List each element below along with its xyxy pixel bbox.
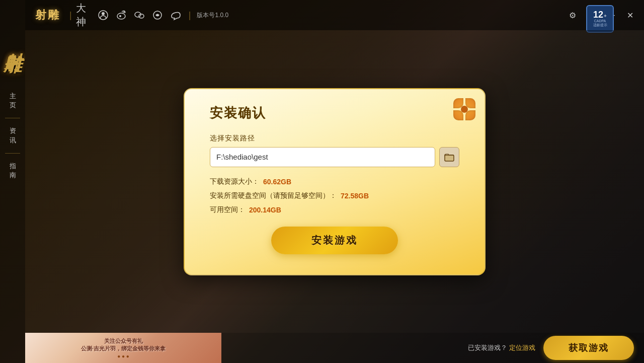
- browse-button[interactable]: [439, 147, 459, 167]
- topbar-nav: 射雕 | 大神: [25, 6, 565, 24]
- sidebar-logo: 射雕: [0, 0, 25, 81]
- modal-overlay: 安装确认 选择安装路径 下载资源大小： 60.62GB 安装所需硬盘空间（请预留…: [25, 30, 644, 333]
- disk-space-label: 安装所需硬盘空间（请预留足够空间）：: [210, 191, 337, 200]
- banner-dots: ● ● ●: [117, 353, 129, 359]
- topbar-separator-2: |: [189, 10, 191, 21]
- flower-center: [461, 106, 468, 113]
- cadpa-label: CADPA: [594, 19, 606, 23]
- sidebar-divider-2: [5, 153, 20, 154]
- path-label: 选择安装路径: [210, 134, 459, 143]
- petal-3: [465, 110, 475, 120]
- age-number: 12: [593, 10, 603, 19]
- age-label: 适龄提示: [593, 23, 607, 28]
- svg-rect-7: [445, 155, 454, 161]
- sidebar-divider-1: [5, 118, 20, 118]
- topbar-brand: 射雕: [35, 8, 60, 23]
- dialog-close-button[interactable]: [452, 97, 476, 121]
- flower-close-icon: [452, 97, 476, 121]
- settings-button[interactable]: ⚙: [565, 7, 581, 23]
- svg-point-3: [119, 15, 121, 17]
- close-button[interactable]: ✕: [622, 7, 638, 23]
- get-game-button[interactable]: 获取游戏: [543, 336, 634, 360]
- topbar-icon-dashen[interactable]: 大神: [76, 6, 94, 24]
- svg-point-5: [139, 14, 144, 18]
- topbar-separator: |: [69, 10, 72, 21]
- sidebar: 射雕 主页 资讯 指南: [0, 0, 25, 363]
- dialog-title: 安装确认: [210, 104, 459, 122]
- disk-space-row: 安装所需硬盘空间（请预留足够空间）： 72.58GB: [210, 191, 459, 200]
- sidebar-item-news[interactable]: 资讯: [0, 120, 25, 151]
- banner-thumbnail[interactable]: 关注公众号有礼 公测·吉光片羽，绑定金钱等你来拿 ● ● ●: [25, 333, 221, 363]
- topbar: 射雕 | 大神: [25, 0, 644, 30]
- install-dialog: 安装确认 选择安装路径 下载资源大小： 60.62GB 安装所需硬盘空间（请预留…: [184, 88, 486, 275]
- dialog-install-button[interactable]: 安装游戏: [271, 227, 398, 254]
- bottom-right: 已安装游戏？ 定位游戏 获取游戏: [221, 336, 644, 360]
- version-label: 版本号1.0.0: [197, 11, 228, 20]
- sidebar-nav: 主页 资讯 指南: [0, 86, 25, 186]
- bottombar: 关注公众号有礼 公测·吉光片羽，绑定金钱等你来拿 ● ● ● 已安装游戏？ 定位…: [25, 333, 644, 363]
- topbar-icon-service[interactable]: [167, 6, 185, 24]
- logo-text: 射雕: [4, 38, 22, 42]
- banner-text: 关注公众号有礼 公测·吉光片羽，绑定金钱等你来拿: [81, 337, 166, 352]
- disk-space-value: 72.58GB: [341, 192, 369, 200]
- age-plus: +: [604, 13, 607, 19]
- topbar-icon-weibo[interactable]: [112, 6, 130, 24]
- download-size-row: 下载资源大小： 60.62GB: [210, 177, 459, 186]
- topbar-icon-weixin[interactable]: [130, 6, 148, 24]
- available-space-label: 可用空间：: [210, 205, 245, 214]
- locate-game-link[interactable]: 定位游戏: [509, 344, 535, 351]
- path-row: [210, 147, 459, 167]
- path-input[interactable]: [210, 147, 435, 167]
- available-space-value: 200.14GB: [249, 206, 281, 214]
- sidebar-item-guide[interactable]: 指南: [0, 156, 25, 186]
- installed-text: 已安装游戏？ 定位游戏: [468, 343, 535, 352]
- age-rating-badge: 12 + CADPA 适龄提示: [586, 5, 614, 33]
- available-space-row: 可用空间： 200.14GB: [210, 205, 459, 214]
- download-size-label: 下载资源大小：: [210, 177, 259, 186]
- topbar-icon-wangyiquan[interactable]: [94, 6, 112, 24]
- svg-point-1: [102, 12, 105, 15]
- sidebar-item-home[interactable]: 主页: [0, 86, 25, 116]
- topbar-icon-netease[interactable]: [148, 6, 167, 24]
- download-size-value: 60.62GB: [263, 178, 291, 186]
